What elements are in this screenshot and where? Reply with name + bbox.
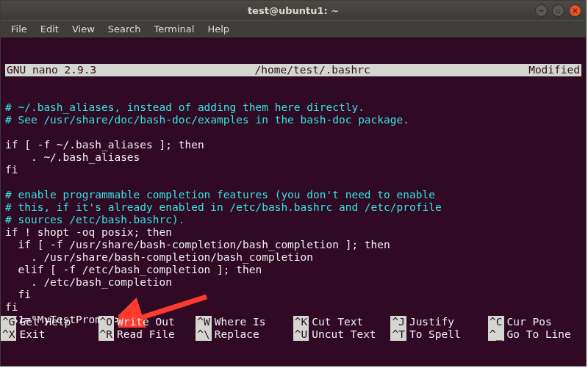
code-line: . ~/.bash_aliases <box>5 151 140 163</box>
menu-terminal[interactable]: Terminal <box>148 22 200 36</box>
menu-view[interactable]: View <box>66 22 101 36</box>
shortcut-write-out[interactable]: ^OWrite Out <box>98 316 196 328</box>
code-line: # ~/.bash_aliases, instead of adding the… <box>5 101 365 113</box>
shortcut-replace[interactable]: ^\Replace <box>196 328 293 341</box>
code-line: if ! shopt -oq posix; then <box>5 226 172 238</box>
terminal-area[interactable]: GNU nano 2.9.3 /home/test/.bashrc Modifi… <box>1 37 586 366</box>
terminal-window: test@ubuntu1: ~ ‒ ▫ ✕ File Edit View Sea… <box>0 0 587 367</box>
window-controls: ‒ ▫ ✕ <box>535 4 581 17</box>
menubar: File Edit View Search Terminal Help <box>1 20 586 37</box>
shortcut-get-help[interactable]: ^GGet Help <box>1 316 98 328</box>
shortcut-cur-pos[interactable]: ^CCur Pos <box>488 316 586 328</box>
window-titlebar: test@ubuntu1: ~ ‒ ▫ ✕ <box>1 1 586 20</box>
shortcut-to-spell[interactable]: ^TTo Spell <box>390 328 488 341</box>
shortcut-justify[interactable]: ^JJustify <box>390 316 488 328</box>
shortcut-go-to-line[interactable]: ^_Go To Line <box>488 328 586 341</box>
menu-help[interactable]: Help <box>201 22 235 36</box>
nano-filepath: /home/test/.bashrc <box>96 64 528 76</box>
minimize-button[interactable]: ‒ <box>535 4 548 17</box>
nano-version: GNU nano 2.9.3 <box>7 64 96 76</box>
code-line: if [ -f /usr/share/bash-completion/bash_… <box>5 239 390 250</box>
shortcut-where-is[interactable]: ^WWhere Is <box>196 316 293 328</box>
code-line: if [ -f ~/.bash_aliases ]; then <box>5 139 204 151</box>
menu-search[interactable]: Search <box>102 22 147 36</box>
shortcut-read-file[interactable]: ^RRead File <box>98 328 196 341</box>
window-title: test@ubuntu1: ~ <box>1 5 586 16</box>
code-line: fi <box>5 164 18 176</box>
shortcut-exit[interactable]: ^XExit <box>1 328 98 341</box>
nano-header: GNU nano 2.9.3 /home/test/.bashrc Modifi… <box>5 64 581 76</box>
code-line: # this, if it's already enabled in /etc/… <box>5 201 442 213</box>
shortcut-uncut-text[interactable]: ^UUncut Text <box>293 328 391 341</box>
menu-file[interactable]: File <box>5 22 33 36</box>
code-line: . /etc/bash_completion <box>5 276 172 288</box>
shortcut-cut-text[interactable]: ^KCut Text <box>293 316 391 328</box>
code-line: # enable programmable completion feature… <box>5 189 435 201</box>
menu-edit[interactable]: Edit <box>35 22 65 36</box>
code-line: # sources /etc/bash.bashrc). <box>5 214 184 226</box>
code-line: . /usr/share/bash-completion/bash_comple… <box>5 251 313 263</box>
nano-shortcuts: ^GGet Help ^OWrite Out ^WWhere Is ^KCut … <box>1 291 586 366</box>
code-line: elif [ -f /etc/bash_completion ]; then <box>5 264 262 275</box>
nano-status: Modified <box>528 64 580 76</box>
close-button[interactable]: ✕ <box>569 4 581 17</box>
code-line: # See /usr/share/doc/bash-doc/examples i… <box>5 114 409 126</box>
maximize-button[interactable]: ▫ <box>552 4 564 17</box>
